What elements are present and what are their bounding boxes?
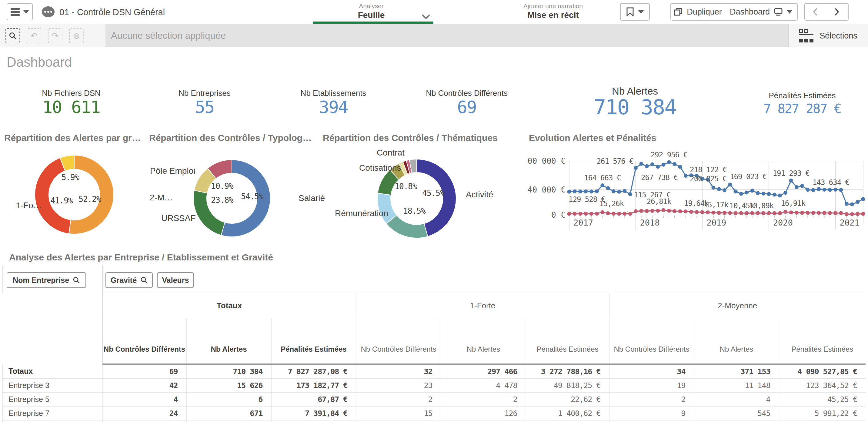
data-point[interactable] bbox=[567, 190, 571, 194]
data-point[interactable] bbox=[806, 188, 810, 192]
data-point[interactable] bbox=[734, 211, 738, 215]
column-group-2-Moyenne[interactable]: 2-Moyenne bbox=[609, 293, 866, 318]
data-point[interactable] bbox=[667, 209, 671, 213]
data-point[interactable] bbox=[695, 210, 699, 214]
data-point[interactable] bbox=[684, 174, 688, 178]
data-point[interactable] bbox=[717, 187, 721, 191]
kpi-nb-alertes[interactable]: Nb Alertes 710 384 bbox=[533, 82, 737, 127]
redo-selection-button[interactable]: ↷ bbox=[48, 28, 62, 43]
data-point[interactable] bbox=[673, 209, 677, 213]
data-point[interactable] bbox=[628, 192, 632, 196]
data-point[interactable] bbox=[728, 211, 732, 215]
data-point[interactable] bbox=[861, 212, 865, 216]
data-point[interactable] bbox=[722, 188, 726, 192]
data-point[interactable] bbox=[584, 189, 588, 193]
data-point[interactable] bbox=[578, 212, 582, 216]
data-point[interactable] bbox=[634, 209, 638, 213]
data-point[interactable] bbox=[828, 188, 832, 192]
data-point[interactable] bbox=[850, 212, 854, 216]
data-point[interactable] bbox=[689, 210, 693, 214]
data-point[interactable] bbox=[833, 188, 837, 191]
data-point[interactable] bbox=[817, 211, 821, 215]
data-point[interactable] bbox=[606, 211, 610, 215]
data-point[interactable] bbox=[667, 160, 671, 164]
data-point[interactable] bbox=[750, 211, 754, 215]
data-point[interactable] bbox=[739, 192, 743, 196]
data-point[interactable] bbox=[833, 211, 837, 215]
kpi-nb-controles-differents[interactable]: Nb Contrôles Différents 69 bbox=[400, 82, 533, 127]
data-point[interactable] bbox=[839, 188, 843, 192]
data-point[interactable] bbox=[783, 191, 787, 194]
data-point[interactable] bbox=[728, 182, 732, 186]
pivot-table[interactable]: Totaux1-Forte2-MoyenneNb Contrôles Diffé… bbox=[2, 293, 866, 422]
data-point[interactable] bbox=[839, 211, 843, 215]
chart-controles-typologie[interactable]: Répartition des Contrôles / Typolog… 10.… bbox=[146, 130, 320, 245]
data-point[interactable] bbox=[789, 210, 793, 214]
data-point[interactable] bbox=[856, 212, 860, 216]
data-point[interactable] bbox=[684, 210, 688, 213]
data-point[interactable] bbox=[828, 211, 832, 215]
kpi-penalites-estimees[interactable]: Pénalités Estimées 7 827 287 € bbox=[737, 82, 868, 127]
data-point[interactable] bbox=[756, 191, 760, 195]
data-point[interactable] bbox=[678, 210, 682, 213]
column-dimension-button[interactable]: Gravité bbox=[105, 272, 153, 288]
row-label[interactable]: Entreprise 5 bbox=[2, 393, 102, 406]
data-point[interactable] bbox=[595, 212, 599, 215]
data-point[interactable] bbox=[600, 183, 604, 187]
data-point[interactable] bbox=[650, 162, 654, 167]
data-point[interactable] bbox=[711, 211, 715, 215]
row-label[interactable]: Entreprise 3 bbox=[2, 379, 102, 393]
data-point[interactable] bbox=[761, 211, 765, 215]
data-point[interactable] bbox=[661, 163, 665, 167]
data-point[interactable] bbox=[795, 185, 799, 189]
clear-selections-button[interactable]: ⊗ bbox=[69, 28, 84, 43]
data-point[interactable] bbox=[717, 211, 721, 215]
data-point[interactable] bbox=[650, 209, 654, 213]
kpi-nb-etablissements[interactable]: Nb Etablissements 394 bbox=[267, 82, 400, 127]
data-point[interactable] bbox=[623, 212, 627, 215]
data-point[interactable] bbox=[845, 202, 848, 206]
kpi-nb-fichiers-dsn[interactable]: Nb Fichiers DSN 10 611 bbox=[0, 82, 143, 127]
prev-sheet-button[interactable] bbox=[804, 3, 826, 21]
data-point[interactable] bbox=[750, 188, 754, 192]
data-point[interactable] bbox=[811, 188, 815, 192]
data-point[interactable] bbox=[628, 212, 632, 216]
data-point[interactable] bbox=[573, 212, 577, 215]
tab-mise-en-recit[interactable]: Mise en récit bbox=[493, 10, 614, 20]
app-options-icon[interactable] bbox=[42, 6, 55, 17]
data-point[interactable] bbox=[806, 211, 810, 215]
data-point[interactable] bbox=[623, 189, 627, 193]
data-point[interactable] bbox=[656, 209, 660, 213]
data-point[interactable] bbox=[706, 210, 710, 214]
data-point[interactable] bbox=[734, 189, 738, 193]
data-point[interactable] bbox=[861, 197, 865, 201]
data-point[interactable] bbox=[589, 212, 593, 215]
data-point[interactable] bbox=[822, 188, 826, 191]
data-point[interactable] bbox=[634, 166, 638, 170]
selections-tool-button[interactable]: Sélections bbox=[788, 24, 868, 47]
data-point[interactable] bbox=[678, 165, 682, 169]
smart-search-button[interactable] bbox=[5, 28, 20, 43]
data-point[interactable] bbox=[578, 189, 582, 193]
chart-alertes-par-gravite[interactable]: Répartition des Alertes par gr… 5.9% 41.… bbox=[0, 130, 170, 245]
data-point[interactable] bbox=[567, 212, 571, 216]
duplicate-button[interactable]: Dupliquer bbox=[671, 3, 725, 21]
data-point[interactable] bbox=[773, 193, 776, 197]
column-group-1-Forte[interactable]: 1-Forte bbox=[356, 293, 609, 318]
bookmark-button[interactable] bbox=[620, 3, 650, 21]
data-point[interactable] bbox=[811, 211, 815, 215]
data-point[interactable] bbox=[645, 164, 649, 168]
data-point[interactable] bbox=[617, 212, 621, 215]
data-point[interactable] bbox=[573, 189, 577, 193]
tab-feuille[interactable]: Feuille bbox=[311, 10, 432, 20]
data-point[interactable] bbox=[817, 187, 821, 191]
data-point[interactable] bbox=[617, 190, 621, 194]
data-point[interactable] bbox=[612, 212, 616, 215]
data-point[interactable] bbox=[845, 212, 848, 216]
data-point[interactable] bbox=[850, 203, 854, 207]
line-chart-plot[interactable]: 0 €140 000 €300 000 €2017201820192020202… bbox=[527, 149, 867, 240]
data-point[interactable] bbox=[661, 208, 665, 212]
next-sheet-button[interactable] bbox=[826, 3, 848, 21]
data-point[interactable] bbox=[656, 164, 660, 169]
data-point[interactable] bbox=[722, 211, 726, 215]
